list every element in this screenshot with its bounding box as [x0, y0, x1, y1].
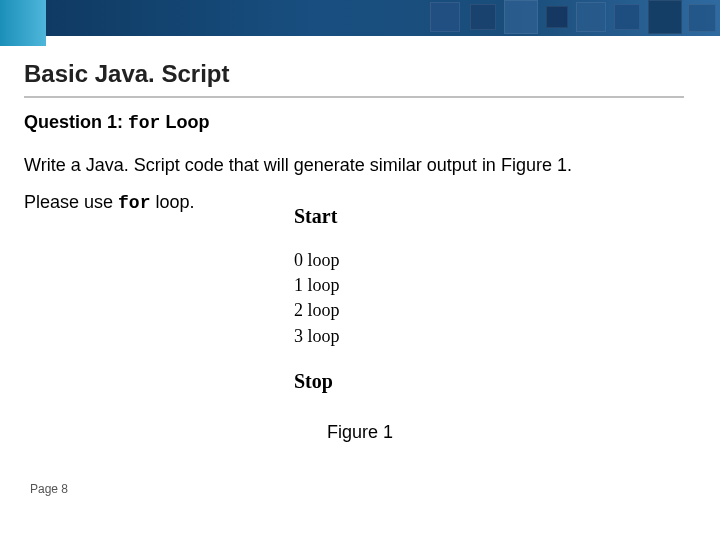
- banner-accent-left: [0, 0, 46, 46]
- figure-output: Start 0 loop 1 loop 2 loop 3 loop Stop: [286, 196, 436, 407]
- figure-caption: Figure 1: [0, 422, 720, 443]
- figure-start: Start: [294, 202, 428, 230]
- figure-stop: Stop: [294, 367, 428, 395]
- question-prefix: Question 1:: [24, 112, 128, 132]
- figure-line: 3 loop: [294, 324, 428, 349]
- page-heading: Basic Java. Script: [24, 60, 720, 88]
- figure-line: 1 loop: [294, 273, 428, 298]
- body2-code: for: [118, 193, 150, 213]
- body-line-1: Write a Java. Script code that will gene…: [24, 155, 720, 176]
- header-banner: [0, 0, 720, 46]
- banner-decoration: [420, 0, 720, 36]
- page-number: Page 8: [30, 482, 68, 496]
- question-line: Question 1: for Loop: [24, 112, 720, 133]
- banner-main: [46, 0, 720, 36]
- question-code: for: [128, 113, 160, 133]
- body2-suffix: loop.: [150, 192, 194, 212]
- heading-rule: [24, 96, 684, 98]
- figure-line: 2 loop: [294, 298, 428, 323]
- body2-prefix: Please use: [24, 192, 118, 212]
- figure-line: 0 loop: [294, 248, 428, 273]
- question-suffix: Loop: [160, 112, 209, 132]
